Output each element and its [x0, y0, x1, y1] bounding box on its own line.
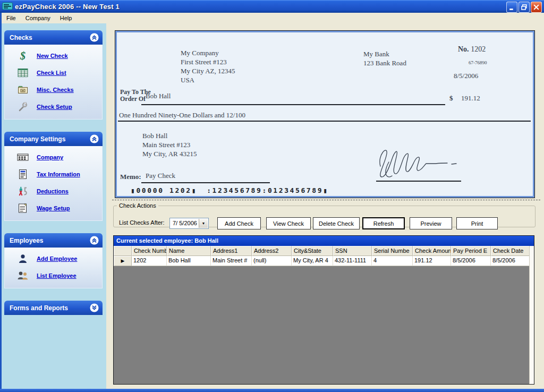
sidebar-link-add-employee[interactable]: Add Employee [37, 255, 77, 262]
dollar-icon: $ [16, 50, 30, 62]
sidebar-item-check-setup[interactable]: Check Setup [5, 98, 102, 115]
grid-header-row: Check NumbNameAddress1Address2City&State… [114, 246, 534, 256]
amount-words-underline [118, 121, 531, 122]
column-header-check-date[interactable]: Check Date [491, 246, 532, 256]
sidebar-item-add-employee[interactable]: Add Employee [5, 250, 102, 267]
building-icon [16, 151, 30, 163]
section-header-company-settings[interactable]: Company Settings [4, 132, 103, 146]
title-bar: ezPayCheck 2006 -- New Test 1 [0, 0, 544, 13]
checks-grid: Current selected employee: Bob Hall Chec… [113, 235, 534, 385]
table-cell: My City, AR 4 [292, 256, 333, 266]
check-actions-group: Check Actions List Checks After: 7/ 5/20… [113, 202, 536, 227]
sidebar-link-tax-information[interactable]: Tax Information [37, 171, 80, 177]
sidebar-link-wage-setup[interactable]: Wage Setup [37, 205, 70, 211]
micr-line: ▮00000 1202▮:123456789:0123456789▮ [131, 186, 329, 194]
section-body: CompanyTax InformationDeductionsWage Set… [4, 146, 103, 221]
check-date: 8/5/2006 [454, 72, 478, 80]
sidebar-section-forms-and-reports: Forms and Reports [4, 301, 103, 315]
column-header-address1[interactable]: Address1 [211, 246, 252, 256]
tools-icon [16, 185, 30, 197]
section-body: $New CheckCheck ListMisc. ChecksCheck Se… [4, 45, 103, 120]
add-check-button[interactable]: Add Check [217, 217, 261, 229]
sidebar-link-new-check[interactable]: New Check [37, 53, 68, 59]
chevron-down-icon[interactable] [90, 303, 99, 312]
payee-address-block: Bob Hall Main Street #123 My City, AR 43… [142, 131, 197, 158]
table-cell: (null) [252, 256, 292, 266]
sidebar-link-check-list[interactable]: Check List [37, 70, 66, 76]
view-check-button[interactable]: View Check [266, 217, 311, 229]
sidebar-section-employees: EmployeesAdd EmployeeList Employee [4, 233, 103, 288]
payee-name: Bob Hall [146, 92, 171, 100]
app-icon [2, 2, 13, 11]
table-cell: 8/5/2006 [451, 256, 491, 266]
table-cell: Main Street # [211, 256, 252, 266]
table-row[interactable]: ▶1202Bob HallMain Street #(null)My City,… [114, 256, 534, 266]
vertical-scrollbar[interactable] [529, 246, 534, 384]
sidebar-item-misc-checks[interactable]: Misc. Checks [5, 81, 102, 98]
table-cell: 8/5/2006 [491, 256, 532, 266]
date-filter-combobox[interactable]: 7/ 5/2006 ▼ [169, 218, 209, 229]
sidebar-link-misc-checks[interactable]: Misc. Checks [37, 87, 74, 93]
column-header-address2[interactable]: Address2 [252, 246, 292, 256]
section-body: Add EmployeeList Employee [4, 248, 103, 288]
check-bank-block: My Bank 123 Bank Road [363, 49, 406, 67]
refresh-button[interactable]: Refresh [362, 217, 405, 229]
column-header-name[interactable]: Name [167, 246, 211, 256]
sidebar-link-company[interactable]: Company [37, 154, 63, 160]
preview-button[interactable]: Preview [410, 217, 452, 229]
svg-text:$: $ [20, 50, 26, 61]
section-title: Company Settings [4, 135, 65, 143]
sidebar-link-list-employee[interactable]: List Employee [37, 272, 76, 279]
close-button[interactable] [531, 2, 542, 13]
sidebar-link-deductions[interactable]: Deductions [37, 188, 69, 194]
print-button[interactable]: Print [456, 217, 498, 229]
list-checks-after-label: List Checks After: [119, 219, 165, 226]
menu-file[interactable]: File [2, 13, 21, 23]
chevron-up-icon[interactable] [90, 33, 99, 42]
check-amount: 191.12 [461, 94, 480, 103]
section-header-checks[interactable]: Checks [4, 30, 103, 45]
row-selector[interactable]: ▶ [114, 256, 132, 266]
sidebar-section-checks: Checks$New CheckCheck ListMisc. ChecksCh… [4, 30, 103, 120]
section-header-employees[interactable]: Employees [4, 233, 103, 248]
people-icon [16, 270, 30, 282]
sidebar-item-check-list[interactable]: Check List [5, 64, 102, 81]
sidebar-item-list-employee[interactable]: List Employee [5, 267, 102, 284]
section-header-forms-and-reports[interactable]: Forms and Reports [4, 301, 103, 315]
checklist-icon [16, 67, 30, 79]
delete-check-button[interactable]: Delete Check [313, 217, 360, 229]
column-header-check-amoun[interactable]: Check Amoun [413, 246, 451, 256]
table-cell: 1202 [132, 256, 167, 266]
restore-button[interactable] [518, 2, 530, 13]
check-document: My Company First Street #123 My City AZ,… [115, 31, 534, 198]
menu-help[interactable]: Help [55, 13, 77, 23]
memo-underline [141, 182, 270, 183]
payee-underline [141, 104, 445, 105]
sidebar-item-company[interactable]: Company [5, 149, 102, 166]
sidebar-item-wage-setup[interactable]: Wage Setup [5, 200, 102, 217]
chevron-up-icon[interactable] [90, 236, 99, 245]
table-cell: 432-11-1111 [333, 256, 372, 266]
table-cell: 191.12 [413, 256, 451, 266]
sidebar-item-deductions[interactable]: Deductions [5, 183, 102, 200]
sidebar-item-tax-information[interactable]: Tax Information [5, 166, 102, 183]
chevron-down-icon[interactable]: ▼ [199, 219, 208, 228]
sidebar: Checks$New CheckCheck ListMisc. ChecksCh… [2, 23, 106, 389]
window-title: ezPayCheck 2006 -- New Test 1 [15, 3, 120, 11]
column-header-pay-period-e[interactable]: Pay Period E [451, 246, 491, 256]
sidebar-link-check-setup[interactable]: Check Setup [37, 104, 72, 110]
menu-bar: FileCompanyHelp [2, 13, 544, 23]
sidebar-item-new-check[interactable]: $New Check [5, 47, 102, 64]
chevron-up-icon[interactable] [90, 134, 99, 143]
table-cell: Bob Hall [167, 256, 211, 266]
column-header-ssn[interactable]: SSN [333, 246, 372, 256]
signature-image [373, 144, 466, 182]
check-preview-panel: My Company First Street #123 My City AZ,… [115, 30, 535, 198]
column-header-check-numb[interactable]: Check Numb [132, 246, 167, 256]
column-header-serial-numbe[interactable]: Serial Numbe [372, 246, 413, 256]
minimize-button[interactable] [506, 2, 517, 13]
menu-company[interactable]: Company [21, 13, 55, 23]
column-header-city-state[interactable]: City&State [292, 246, 333, 256]
grid-body: ▶1202Bob HallMain Street #(null)My City,… [114, 256, 534, 266]
divider-dashed-line [112, 200, 540, 200]
